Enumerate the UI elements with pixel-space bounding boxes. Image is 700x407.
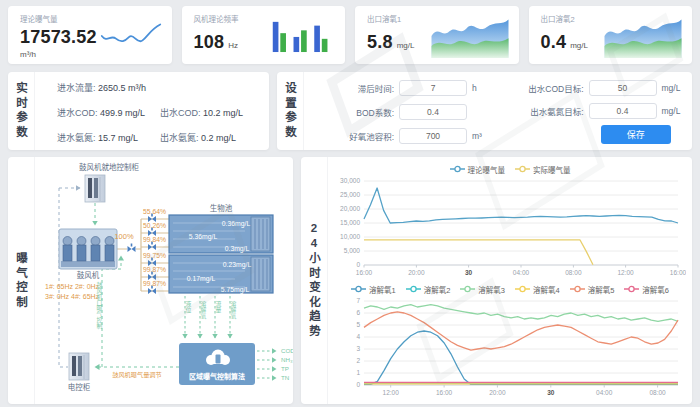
trend-panel: 24小时变化趋势 理论曝气量实际曝气量 05,00010,00015,00020… bbox=[301, 157, 692, 404]
svg-text:16:00: 16:00 bbox=[670, 269, 686, 276]
legend-marker-icon bbox=[406, 285, 421, 293]
blower-unit-icon bbox=[59, 229, 117, 269]
panel-vertical-label: 24小时变化趋势 bbox=[301, 157, 328, 404]
legend-marker-icon bbox=[624, 285, 639, 293]
branch-valves: 55.64% 50.26% 99.84% 99.75% 99.87% 99.87… bbox=[143, 208, 166, 294]
svg-text:1: 1 bbox=[356, 369, 360, 376]
kpi-value: 17573.52 bbox=[20, 27, 97, 48]
cod-target-input[interactable] bbox=[589, 80, 657, 96]
aeration-flow-diagram: 鼓风机就地控制柜 bbox=[35, 157, 293, 402]
pool-do-value: 0.17mg/L bbox=[187, 275, 216, 283]
main-valve-percent: 100% bbox=[114, 232, 134, 241]
kpi-unit: m³/h bbox=[20, 50, 97, 59]
lag-time-input[interactable] bbox=[399, 80, 467, 96]
svg-text:6: 6 bbox=[356, 309, 360, 316]
settings-params-panel: 设置参数 滞后时间: h BOD系数: 好氧池容积: bbox=[277, 72, 692, 150]
param-in-nh3: 进水氨氮: 15.7 mg/L bbox=[57, 131, 160, 144]
output-label: TN bbox=[281, 374, 289, 381]
svg-text:12:00: 12:00 bbox=[617, 269, 634, 276]
connector-line bbox=[102, 256, 121, 367]
nh3-target-input[interactable] bbox=[589, 103, 657, 119]
svg-text:15,000: 15,000 bbox=[340, 219, 360, 226]
valve-percent: 55.64% bbox=[143, 208, 166, 215]
svg-text:0: 0 bbox=[356, 381, 360, 388]
aeration-trend-plot: 05,00010,00015,00020,00025,00030,00016:0… bbox=[332, 176, 686, 278]
blower-frequency-line2: 3#: 0Hz 4#: 65Hz bbox=[45, 293, 100, 300]
svg-text:0: 0 bbox=[356, 261, 360, 268]
sensor-label: 流量 bbox=[215, 300, 221, 314]
legend-item[interactable]: 溶解氧4 bbox=[515, 284, 560, 295]
svg-text:25,000: 25,000 bbox=[340, 191, 360, 198]
blower-label: 鼓风机 bbox=[77, 270, 100, 280]
svg-text:20:00: 20:00 bbox=[489, 389, 506, 396]
algorithm-box: 区域曝气控制算法 bbox=[179, 343, 255, 385]
field-bod-coeff: BOD系数: bbox=[320, 104, 512, 120]
field-cod-target: 出水COD目标: mg/L bbox=[512, 80, 682, 96]
legend-marker-icon bbox=[515, 165, 530, 173]
aeration-control-panel: 曝气控制 bbox=[8, 157, 293, 404]
output-label: COD bbox=[281, 347, 293, 354]
legend-item[interactable]: 溶解氧3 bbox=[460, 284, 505, 295]
kpi-title: 理论曝气量 bbox=[20, 13, 97, 24]
svg-text:08:00: 08:00 bbox=[565, 269, 582, 276]
valve-icon bbox=[128, 244, 136, 253]
svg-text:16:00: 16:00 bbox=[436, 389, 453, 396]
pool-do-value: 5.36mg/L bbox=[189, 233, 218, 241]
svg-text:20,000: 20,000 bbox=[340, 205, 360, 212]
legend-item[interactable]: 理论曝气量 bbox=[450, 164, 506, 175]
dissolved-oxygen-trend-plot: 0123456712:0016:0020:003004:0008:00 bbox=[332, 296, 686, 398]
legend-marker-icon bbox=[351, 285, 366, 293]
kpi-title: 风机理论频率 bbox=[194, 13, 239, 24]
chart-legend: 理论曝气量实际曝气量 bbox=[332, 162, 688, 176]
bio-pool-label: 生物池 bbox=[210, 203, 233, 213]
svg-text:4: 4 bbox=[356, 333, 360, 340]
aerobic-volume-input[interactable] bbox=[399, 128, 467, 144]
svg-text:3: 3 bbox=[356, 345, 360, 352]
svg-text:04:00: 04:00 bbox=[596, 389, 613, 396]
area-chart-icon bbox=[604, 14, 682, 58]
valve-percent: 99.87% bbox=[143, 266, 166, 273]
kpi-unit: Hz bbox=[228, 41, 238, 50]
svg-text:2: 2 bbox=[356, 357, 360, 364]
kpi-card-outlet-do1: 出口溶氧1 5.8 mg/L bbox=[355, 6, 519, 64]
local-cabinet-label: 鼓风机就地控制柜 bbox=[79, 162, 139, 172]
legend-item[interactable]: 实际曝气量 bbox=[515, 164, 571, 175]
kpi-card-outlet-do2: 出口溶氧2 0.4 mg/L bbox=[529, 6, 693, 64]
kpi-unit: mg/L bbox=[397, 41, 415, 50]
param-in-cod: 进水COD: 499.9 mg/L bbox=[57, 106, 160, 119]
aeration-trend-chart: 理论曝气量实际曝气量 05,00010,00015,00020,00025,00… bbox=[332, 162, 688, 282]
output-label: TP bbox=[281, 365, 289, 372]
svg-text:30,000: 30,000 bbox=[340, 177, 360, 184]
sensor-arrows bbox=[185, 296, 230, 338]
valve-percent: 99.75% bbox=[143, 252, 166, 259]
air-pipe bbox=[117, 219, 141, 291]
kpi-title: 出口溶氧2 bbox=[541, 13, 588, 24]
legend-marker-icon bbox=[460, 285, 475, 293]
output-label: NH₃-N bbox=[281, 356, 293, 363]
panel-vertical-label: 设置参数 bbox=[277, 72, 304, 150]
electric-cabinet-label: 电控柜 bbox=[68, 382, 91, 392]
field-nh3-target: 出水氨氮目标: mg/L bbox=[512, 103, 682, 119]
bod-coeff-input[interactable] bbox=[399, 104, 467, 120]
svg-text:5: 5 bbox=[356, 321, 360, 328]
field-aerobic-volume: 好氧池容积: m³ bbox=[320, 128, 512, 144]
legend-item[interactable]: 溶解氧2 bbox=[406, 284, 451, 295]
chart-legend: 溶解氧1溶解氧2溶解氧3溶解氧4溶解氧5溶解氧6 bbox=[332, 282, 688, 296]
legend-marker-icon bbox=[450, 165, 465, 173]
svg-text:5,000: 5,000 bbox=[344, 247, 361, 254]
legend-item[interactable]: 溶解氧1 bbox=[351, 284, 396, 295]
kpi-value: 108 bbox=[194, 32, 225, 53]
svg-text:04:00: 04:00 bbox=[513, 269, 530, 276]
adjust-flow-label: 鼓风机曝气量调节 bbox=[112, 371, 162, 379]
svg-text:7: 7 bbox=[356, 297, 360, 304]
save-button[interactable]: 保存 bbox=[601, 125, 671, 144]
param-out-cod: 出水COD: 10.2 mg/L bbox=[160, 106, 263, 119]
dissolved-oxygen-trend-chart: 溶解氧1溶解氧2溶解氧3溶解氧4溶解氧5溶解氧6 0123456712:0016… bbox=[332, 282, 688, 402]
dashboard-page: 理论曝气量 17573.52 m³/h 风机理论频率 108 Hz bbox=[0, 0, 700, 407]
valve-percent: 50.26% bbox=[143, 222, 166, 229]
area-chart-icon bbox=[431, 14, 509, 58]
legend-item[interactable]: 溶解氧6 bbox=[624, 284, 669, 295]
svg-text:12:00: 12:00 bbox=[383, 389, 400, 396]
sensor-label: 液位 bbox=[185, 300, 191, 313]
legend-item[interactable]: 溶解氧5 bbox=[570, 284, 615, 295]
